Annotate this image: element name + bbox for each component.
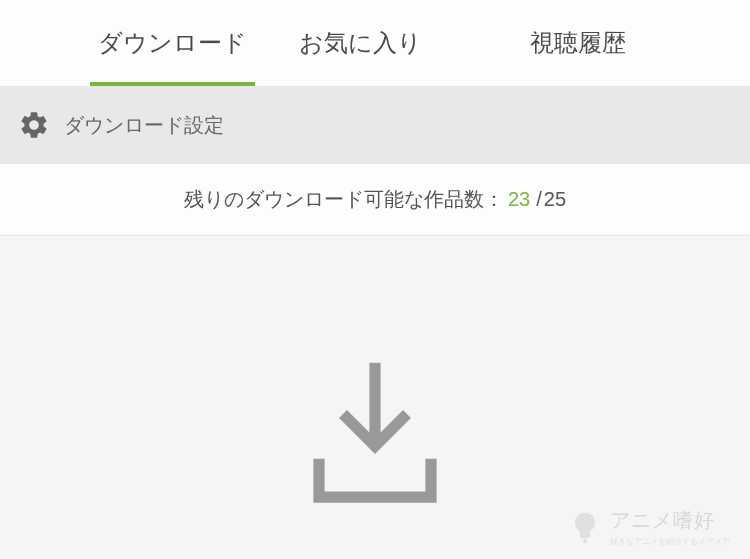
quota-current: 23 — [508, 188, 530, 211]
watermark-text: アニメ嗜好 — [610, 507, 730, 534]
empty-download-area: アニメ嗜好 好きなアニメを紹介するメディア — [0, 236, 750, 559]
download-icon — [295, 350, 455, 510]
tab-favorites-label: お気に入り — [299, 27, 422, 59]
tab-download[interactable]: ダウンロード — [90, 0, 255, 86]
tab-favorites[interactable]: お気に入り — [291, 0, 430, 86]
watermark: アニメ嗜好 好きなアニメを紹介するメディア — [568, 507, 730, 547]
watermark-logo-icon — [568, 510, 602, 544]
download-settings-row[interactable]: ダウンロード設定 — [0, 86, 750, 164]
tab-bar: ダウンロード お気に入り 視聴履歴 — [0, 0, 750, 86]
quota-label: 残りのダウンロード可能な作品数： — [184, 186, 504, 213]
svg-point-1 — [583, 539, 587, 543]
tab-history-label: 視聴履歴 — [530, 27, 626, 59]
download-settings-label: ダウンロード設定 — [64, 112, 224, 139]
download-quota-row: 残りのダウンロード可能な作品数： 23 / 25 — [0, 164, 750, 236]
watermark-subtext: 好きなアニメを紹介するメディア — [610, 536, 730, 547]
gear-icon — [18, 109, 50, 141]
tab-history[interactable]: 視聴履歴 — [522, 0, 634, 86]
quota-max: 25 — [544, 188, 566, 211]
tab-download-label: ダウンロード — [98, 27, 247, 59]
quota-separator: / — [536, 188, 542, 211]
